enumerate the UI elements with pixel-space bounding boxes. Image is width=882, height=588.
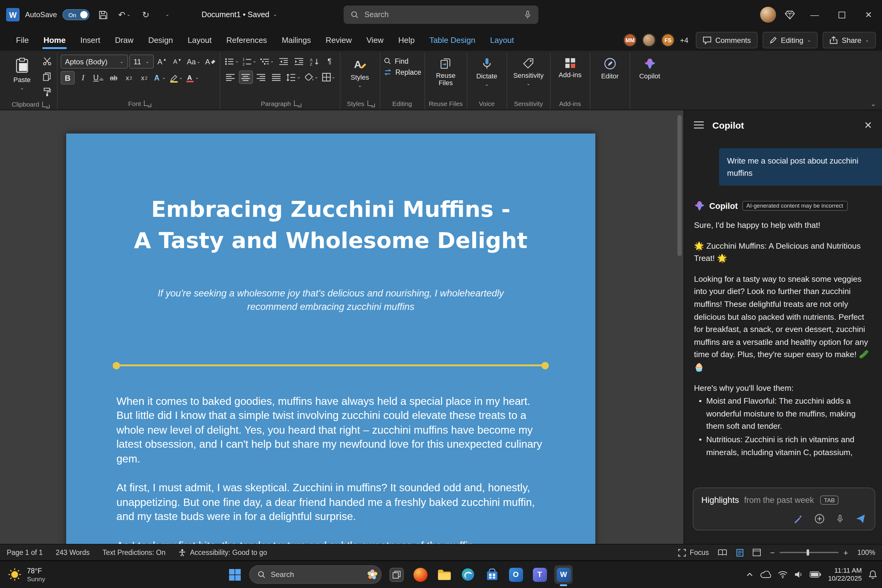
attach-plus-icon[interactable] [814,514,824,524]
clock[interactable]: 11:11 AM 10/22/2025 [828,567,862,582]
minimize-button[interactable]: — [801,0,828,29]
find-button[interactable]: Find [383,57,421,65]
read-mode-icon[interactable] [718,549,728,556]
borders-button[interactable]: ⌄ [321,70,337,84]
tab-mailings[interactable]: Mailings [274,29,318,51]
shading-button[interactable]: ⌄ [303,70,320,84]
replace-button[interactable]: Replace [383,69,421,76]
tab-table-layout[interactable]: Layout [483,29,521,51]
document-title-chip[interactable]: Document1 • Saved ⌄ [201,10,277,19]
font-color-button[interactable]: A ⌄ [185,71,200,84]
collaborator-avatar[interactable]: FS [661,33,675,47]
task-view-icon[interactable] [387,566,405,584]
document-scrollbar[interactable] [677,115,682,256]
tab-draw[interactable]: Draw [108,29,141,51]
redo-button[interactable]: ↻ [138,7,154,22]
shrink-font-button[interactable]: A▼ [170,55,184,68]
document-page[interactable]: Embracing Zucchini Muffins - A Tasty and… [66,134,596,544]
microphone-icon[interactable] [836,514,844,524]
focus-mode-button[interactable]: Focus [678,549,709,556]
close-button[interactable]: ✕ [855,0,882,29]
multilevel-list-button[interactable]: ⌄ [259,54,275,68]
paste-button[interactable]: Paste ⌄ [6,54,39,92]
word-count[interactable]: 243 Words [56,549,90,556]
editor-button[interactable]: Editor [593,54,626,81]
strikethrough-button[interactable]: ab [106,71,121,84]
quick-access-menu-button[interactable]: ⌄ [159,7,175,22]
tab-design[interactable]: Design [141,29,180,51]
tab-table-design[interactable]: Table Design [422,29,483,51]
collaborator-avatar[interactable] [642,33,656,47]
collaborator-overflow[interactable]: +4 [680,36,688,44]
italic-button[interactable]: I [76,71,90,84]
save-button[interactable] [95,7,111,22]
change-case-button[interactable]: Aa⌄ [186,55,202,68]
tab-references[interactable]: References [219,29,274,51]
web-layout-icon[interactable] [753,549,761,556]
dictate-button[interactable]: Dictate ⌄ [470,54,503,88]
onedrive-cloud-icon[interactable] [760,571,771,578]
microsoft-store-icon[interactable] [483,566,501,584]
copilot-button[interactable]: Copilot [633,54,666,81]
editing-mode-button[interactable]: Editing ⌄ [763,32,818,48]
cut-button[interactable] [40,54,54,68]
word-taskbar-icon[interactable]: W [554,566,573,584]
align-right-button[interactable] [255,70,268,84]
close-icon[interactable]: ✕ [864,119,872,131]
zoom-slider-thumb[interactable] [807,549,809,555]
reuse-files-button[interactable]: Reuse Files [428,54,464,88]
print-layout-icon[interactable] [736,549,744,556]
undo-button[interactable]: ↶⌄ [116,7,132,22]
tab-file[interactable]: File [9,29,36,51]
edge-icon[interactable] [459,566,477,584]
firefox-icon[interactable] [411,566,429,584]
search-box[interactable]: Search [344,6,538,24]
hamburger-menu-icon[interactable] [694,121,704,129]
bold-button[interactable]: B [61,71,75,84]
zoom-slider[interactable] [780,552,838,553]
text-predictions[interactable]: Text Predictions: On [102,549,165,556]
show-paragraph-marks-button[interactable]: ¶ [322,54,337,68]
dialog-launcher-icon[interactable] [294,100,300,106]
copy-button[interactable] [40,70,54,83]
tab-home[interactable]: Home [36,29,73,51]
rewrite-wand-icon[interactable] [793,514,803,524]
sensitivity-button[interactable]: Sensitivity ⌄ [510,54,547,88]
taskbar-search-box[interactable]: Search [249,566,382,584]
addins-button[interactable]: Add-ins [554,54,586,80]
wifi-icon[interactable] [778,570,788,579]
accessibility-status[interactable]: Accessibility: Good to go [178,549,267,556]
superscript-button[interactable]: x2 [137,71,151,84]
battery-icon[interactable] [810,572,821,578]
user-avatar[interactable] [760,7,776,22]
send-icon[interactable] [856,514,866,524]
format-painter-button[interactable] [40,85,54,99]
tab-view[interactable]: View [359,29,391,51]
dialog-launcher-icon[interactable] [368,100,373,106]
subscript-button[interactable]: x2 [122,71,136,84]
tab-help[interactable]: Help [391,29,422,51]
tab-insert[interactable]: Insert [73,29,108,51]
numbering-button[interactable]: 12 ⌄ [242,54,258,68]
weather-widget[interactable]: 78°F Sunny [0,567,45,582]
font-name-combo[interactable]: Aptos (Body)⌄ [61,54,128,69]
file-explorer-icon[interactable] [435,566,453,584]
justify-button[interactable] [270,70,284,84]
tab-review[interactable]: Review [318,29,359,51]
dialog-launcher-icon[interactable] [144,100,150,106]
microphone-icon[interactable] [524,10,532,19]
align-center-button[interactable] [239,70,253,84]
grow-font-button[interactable]: A▲ [155,55,169,68]
line-spacing-button[interactable]: ⌄ [285,70,302,84]
collaborator-avatar[interactable]: MM [623,33,637,47]
autosave-toggle[interactable]: On [63,9,89,20]
collapse-ribbon-button[interactable]: ⌄ [871,100,876,107]
styles-button[interactable]: A Styles ⌄ [343,54,376,89]
dialog-launcher-icon[interactable] [42,101,48,107]
share-button[interactable]: Share ⌄ [823,32,876,48]
decrease-indent-button[interactable] [276,54,291,68]
zoom-in-button[interactable]: + [843,548,848,557]
start-button[interactable] [225,566,244,584]
volume-icon[interactable] [794,571,803,578]
text-effects-button[interactable]: A ⌄ [153,71,167,84]
